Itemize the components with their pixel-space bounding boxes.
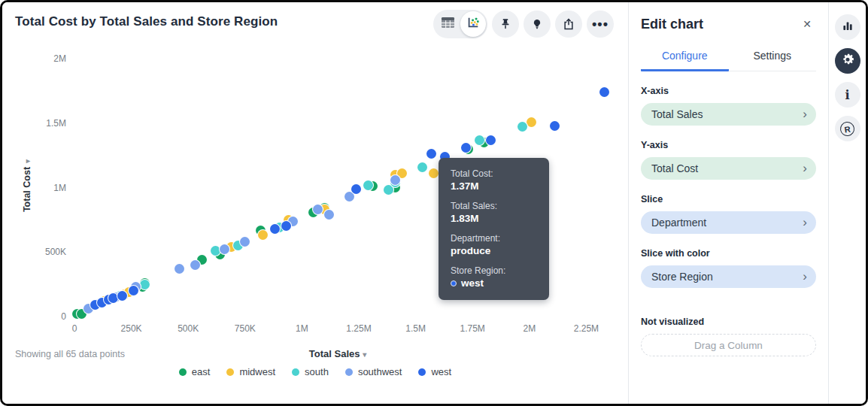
close-panel-button[interactable]: ✕ xyxy=(798,15,816,33)
legend-label: southwest xyxy=(358,366,402,377)
legend-item-south[interactable]: south xyxy=(292,366,329,377)
x-tick-label: 2.25M xyxy=(560,323,612,334)
legend-item-east[interactable]: east xyxy=(179,366,211,377)
legend-dot xyxy=(292,368,299,376)
x-tick-label: 1.25M xyxy=(332,323,385,334)
info-rail-button[interactable]: i xyxy=(835,82,860,108)
data-point-west[interactable] xyxy=(426,149,436,159)
x-axis-label: Total Sales xyxy=(309,348,360,359)
plot-area: Total Cost ▾ Total Cost: 1.37M Total Sal… xyxy=(2,2,628,404)
data-point-south[interactable] xyxy=(475,135,484,145)
legend-dot xyxy=(179,368,187,376)
data-point-west[interactable] xyxy=(599,87,609,97)
tab-configure[interactable]: Configure xyxy=(641,44,729,71)
tooltip-row: Total Sales: 1.83M xyxy=(451,200,537,226)
data-point-midwest[interactable] xyxy=(527,117,536,127)
chart-tooltip: Total Cost: 1.37M Total Sales: 1.83M Dep… xyxy=(439,158,549,300)
legend-dot xyxy=(345,368,353,376)
data-point-south[interactable] xyxy=(363,180,373,190)
right-icon-rail: i R xyxy=(828,2,866,404)
data-point-southwest[interactable] xyxy=(220,244,229,254)
slice-field-pill[interactable]: Department › xyxy=(641,211,816,234)
chevron-down-icon: ▾ xyxy=(23,159,32,163)
x-tick-label: 250K xyxy=(105,323,158,334)
x-axis-field-pill[interactable]: Total Sales › xyxy=(641,103,816,126)
data-point-west[interactable] xyxy=(270,224,280,234)
edit-chart-panel: Edit chart ✕ Configure Settings X-axis T… xyxy=(628,2,828,404)
data-point-west[interactable] xyxy=(550,121,560,131)
app-window: Total Cost by Total Sales and Store Regi… xyxy=(0,0,868,406)
tooltip-row: Total Cost: 1.37M xyxy=(451,168,537,193)
data-point-west[interactable] xyxy=(129,286,138,295)
chevron-down-icon: ▾ xyxy=(363,350,366,359)
chevron-right-icon: › xyxy=(803,108,807,120)
data-point-west[interactable] xyxy=(486,135,496,145)
x-tick-label: 2M xyxy=(503,323,556,334)
data-point-south[interactable] xyxy=(517,122,527,132)
y-tick-label: 1M xyxy=(2,183,66,193)
x-tick-label: 500K xyxy=(162,323,214,334)
gear-icon xyxy=(840,52,855,70)
legend-item-west[interactable]: west xyxy=(418,366,451,377)
data-point-west[interactable] xyxy=(117,291,127,301)
data-point-southwest[interactable] xyxy=(175,264,184,274)
close-icon: ✕ xyxy=(803,18,812,30)
data-point-midwest[interactable] xyxy=(429,168,439,178)
drag-column-drop-target[interactable]: Drag a Column xyxy=(641,334,816,356)
panel-title: Edit chart xyxy=(641,17,703,32)
panel-header: Edit chart ✕ xyxy=(629,2,828,33)
data-point-southwest[interactable] xyxy=(240,237,250,247)
chevron-right-icon: › xyxy=(803,270,807,283)
chart-card: Total Cost by Total Sales and Store Regi… xyxy=(2,2,628,404)
x-tick-label: 1M xyxy=(275,323,328,334)
legend-dot xyxy=(226,368,234,376)
data-point-southwest[interactable] xyxy=(324,210,334,220)
y-axis-section: Y-axis Total Cost › xyxy=(641,140,816,180)
y-tick-label: 500K xyxy=(2,247,66,257)
legend-dot xyxy=(418,368,426,376)
data-point-south[interactable] xyxy=(140,280,150,289)
slice-color-section: Slice with color Store Region › xyxy=(641,248,816,288)
x-tick-label: 750K xyxy=(219,323,272,334)
data-point-south[interactable] xyxy=(211,246,220,256)
x-tick-label: 0 xyxy=(48,323,101,334)
y-tick-label: 0 xyxy=(2,311,66,322)
tab-settings[interactable]: Settings xyxy=(729,44,817,71)
legend-label: east xyxy=(192,366,211,377)
data-point-midwest[interactable] xyxy=(258,230,268,240)
chart-legend: eastmidwestsouthsouthwestwest xyxy=(2,366,628,377)
data-point-south[interactable] xyxy=(417,162,427,172)
settings-rail-button[interactable] xyxy=(835,48,860,74)
data-point-west[interactable] xyxy=(281,221,291,231)
x-axis-field-dropdown[interactable]: Total Sales ▾ xyxy=(74,348,601,359)
data-point-southwest[interactable] xyxy=(190,260,200,270)
data-point-southwest[interactable] xyxy=(390,175,400,185)
x-tick-label: 1.75M xyxy=(446,323,499,334)
y-tick-label: 2M xyxy=(2,53,66,64)
bar-chart-icon xyxy=(841,19,854,35)
y-axis-field-pill[interactable]: Total Cost › xyxy=(641,157,816,180)
x-axis-section: X-axis Total Sales › xyxy=(641,86,816,126)
tooltip-region-dot xyxy=(451,280,457,286)
slice-section: Slice Department › xyxy=(641,194,816,234)
chevron-right-icon: › xyxy=(803,162,807,174)
r-analysis-rail-button[interactable]: R xyxy=(835,116,860,141)
not-visualized-section: Not visualized Drag a Column xyxy=(641,317,816,356)
legend-item-southwest[interactable]: southwest xyxy=(345,366,402,377)
chart-rail-button[interactable] xyxy=(835,14,860,40)
y-tick-label: 1.5M xyxy=(2,118,66,129)
chevron-right-icon: › xyxy=(803,216,807,229)
data-point-west[interactable] xyxy=(351,184,361,194)
x-tick-label: 1.5M xyxy=(390,323,442,334)
data-point-west[interactable] xyxy=(461,143,471,153)
panel-tabs: Configure Settings xyxy=(641,44,816,71)
legend-label: west xyxy=(431,366,451,377)
tooltip-row: Store Region: west xyxy=(451,265,537,290)
r-logo-icon: R xyxy=(839,120,855,136)
legend-item-midwest[interactable]: midwest xyxy=(226,366,275,377)
slice-color-field-pill[interactable]: Store Region › xyxy=(641,265,816,288)
tooltip-row: Department: produce xyxy=(451,232,537,258)
info-icon: i xyxy=(845,88,849,102)
legend-label: midwest xyxy=(239,366,275,377)
data-point-south[interactable] xyxy=(384,185,393,195)
